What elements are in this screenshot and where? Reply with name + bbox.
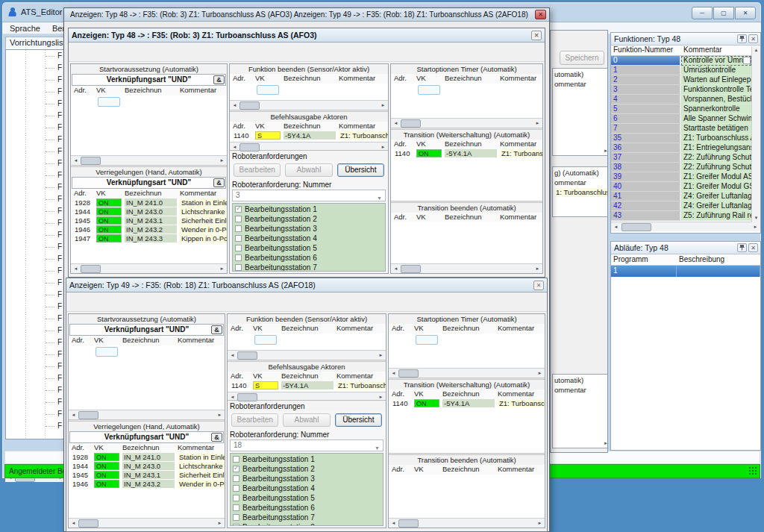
checkbox-icon[interactable] (235, 264, 242, 271)
tree-item[interactable]: F (6, 301, 65, 313)
tree-item[interactable]: F (6, 325, 65, 337)
pin-icon[interactable] (737, 243, 747, 252)
checkbox-icon[interactable] (235, 254, 242, 261)
scroll-thumb[interactable] (81, 157, 101, 165)
tree-item[interactable]: F (6, 229, 65, 241)
checkbox-icon[interactable] (233, 495, 239, 501)
table-row[interactable]: 1928ONIN_M 241.0Station in Einlegepositi… (69, 453, 225, 462)
roboteranforderung-nummer-dropdown[interactable]: 18▼ (230, 439, 383, 451)
funktionen-vscrollbar[interactable]: ▲ ▼ (751, 46, 760, 222)
edit-box[interactable] (743, 57, 751, 64)
tree-item[interactable]: F (6, 313, 65, 325)
scroll-thumb[interactable] (239, 101, 260, 110)
empty-focus-cell[interactable] (418, 85, 440, 95)
funktionen-row[interactable]: 41Z4: Greifer Luftanlageko (611, 192, 760, 201)
scroll-right-icon[interactable]: ► (377, 351, 385, 360)
checkbox-icon[interactable] (233, 504, 239, 511)
station-checkbox-item[interactable]: Bearbeitungsstation 6 (231, 503, 383, 513)
aktoren-table[interactable]: 1140S-5Y4.1AZ1: Turboanschluss AS (230, 131, 388, 142)
aktoren-table[interactable]: 1140S-5Y4.1AZ1: Turboanschluss AS (228, 381, 386, 392)
transition-table[interactable]: 1140ON-5Y4.1AZ1: Turboanschluss AS (389, 399, 545, 410)
scroll-left-icon[interactable]: ◄ (231, 101, 239, 110)
table-row[interactable]: 1140ON-5Y4.1AZ1: Turboanschluss AS (391, 149, 542, 158)
table-row[interactable]: 1140ON-5Y4.1AZ1: Turboanschluss AS (389, 399, 545, 408)
tree-item[interactable]: F (6, 408, 65, 420)
hscrollbar[interactable]: ◄► (71, 263, 227, 273)
hscrollbar[interactable]: ◄► (389, 518, 545, 528)
table-row[interactable]: 1944ONIN_M 243.0Lichtschranke Einleger (69, 462, 225, 471)
scroll-left-icon[interactable]: ◄ (228, 393, 237, 401)
station-checkbox-item[interactable]: Bearbeitungsstation 4 (231, 484, 383, 493)
verriegelungen-table[interactable]: 1928ONIN_M 241.0Station in Einlegepositi… (69, 453, 225, 518)
tree-item[interactable]: F (6, 205, 65, 217)
scroll-thumb[interactable] (78, 519, 98, 528)
checkbox-icon[interactable] (233, 485, 239, 492)
scroll-thumb[interactable] (81, 265, 101, 273)
scroll-right-icon[interactable]: ► (604, 148, 608, 153)
table-row[interactable]: 1140S-5Y4.1AZ1: Turboanschluss AS (230, 131, 388, 140)
close-button[interactable]: ✕ (735, 7, 756, 19)
hscrollbar[interactable]: ◄► (69, 410, 225, 419)
checkbox-icon[interactable] (235, 235, 242, 242)
speichern-button[interactable]: Speichern (560, 51, 604, 65)
scroll-thumb[interactable] (237, 351, 257, 360)
anzeigen-typ48-titlebar[interactable]: Anzeigen: Typ 48 -> : F35: (Rob: 3) Z1: … (69, 28, 545, 43)
tree-item[interactable]: F (6, 74, 65, 86)
resize-grip[interactable] (748, 466, 758, 476)
checkbox-icon[interactable] (233, 466, 239, 472)
close-icon[interactable]: ✕ (748, 243, 758, 252)
scroll-left-icon[interactable]: ◄ (392, 119, 400, 128)
roboteranforderung-nummer-dropdown[interactable]: 3▼ (232, 190, 386, 201)
tree-item[interactable]: F (6, 420, 65, 432)
table-row[interactable]: 1140S-5Y4.1AZ1: Turboanschluss AS (228, 381, 386, 390)
station-checkbox-item[interactable]: Bearbeitungsstation 3 (233, 224, 385, 234)
tree-item[interactable]: F (6, 145, 65, 157)
checkbox-icon[interactable] (235, 245, 242, 251)
scroll-thumb[interactable] (239, 143, 260, 151)
scroll-left-icon[interactable]: ◄ (69, 411, 78, 419)
scroll-right-icon[interactable]: ► (379, 101, 387, 110)
close-icon[interactable]: ✕ (533, 281, 544, 290)
empty-focus-cell[interactable] (254, 335, 277, 345)
funktionen-row[interactable]: 38Z2: Zuführung Schutz B (611, 163, 760, 172)
verriegelungen-table[interactable]: 1928ONIN_M 241.0Station in Einlegepositi… (71, 198, 227, 263)
hscrollbar[interactable]: ◄► (69, 518, 225, 528)
scroll-thumb[interactable] (401, 119, 421, 128)
close-icon[interactable]: ✕ (531, 31, 542, 40)
checkbox-icon[interactable] (233, 524, 239, 526)
table-row[interactable]: 1946ONIN_M 243.2Wender in 0-Position (69, 480, 225, 489)
table-row[interactable]: 1928ONIN_M 241.0Station in Einlegepositi… (71, 198, 227, 207)
abwahl-button[interactable]: Abwahl (283, 413, 330, 427)
hscrollbar[interactable]: ◄► (230, 142, 388, 150)
close-icon[interactable]: ✕ (748, 34, 758, 43)
abwahl-button[interactable]: Abwahl (285, 163, 332, 177)
funktionen-row[interactable]: 42Z4: Greifer Luftanlageko (611, 201, 760, 211)
tree-item[interactable]: F (6, 265, 65, 277)
uebersicht-button[interactable]: Übersicht (335, 413, 382, 427)
tree-item[interactable]: F (6, 193, 65, 205)
scroll-right-icon[interactable]: ► (604, 441, 608, 445)
table-row[interactable]: 1945ONIN_M 243.1Sicherheit Einleger akti… (69, 471, 225, 480)
station-checkbox-item[interactable]: Bearbeitungsstation 2 (231, 464, 383, 474)
anzeigen-typ49-titlebar[interactable]: Anzeigen: Typ 49 -> : F35: (Rob: 18) Z1:… (66, 278, 547, 292)
funktionen-row[interactable]: 43Z5: Zuführung Rail rech (611, 211, 760, 221)
hscrollbar[interactable]: ◄► (391, 118, 542, 128)
funktionen-row[interactable]: 39Z1: Greifer Modul AS (A (611, 172, 760, 182)
tree-item[interactable]: F (6, 348, 65, 360)
funktionen-row[interactable]: 1Umrüstkontrolle (611, 66, 760, 75)
scroll-up-icon[interactable]: ▲ (752, 46, 760, 54)
scroll-right-icon[interactable]: ► (218, 265, 226, 273)
close-button[interactable]: ✕ (535, 10, 546, 19)
funktionen-row[interactable]: 35Z1: Turboanschluss AS ( (611, 134, 760, 143)
scroll-right-icon[interactable]: ► (216, 411, 224, 419)
funktionen-row[interactable]: 2Warten auf Einlegeposit (611, 75, 760, 85)
station-checkbox-item[interactable]: Bearbeitungsstation 5 (233, 243, 385, 253)
scroll-left-icon[interactable]: ◄ (72, 265, 80, 273)
funktionen-row[interactable]: 6Alle Spanner Schwimmst (611, 114, 760, 124)
checkbox-icon[interactable] (233, 475, 239, 482)
hscrollbar[interactable]: ◄► (389, 368, 545, 378)
empty-focus-cell[interactable] (257, 85, 279, 95)
tree-item[interactable]: F (6, 396, 65, 408)
und-operator-button[interactable]: & (213, 178, 225, 187)
scroll-right-icon[interactable]: ► (216, 519, 224, 528)
